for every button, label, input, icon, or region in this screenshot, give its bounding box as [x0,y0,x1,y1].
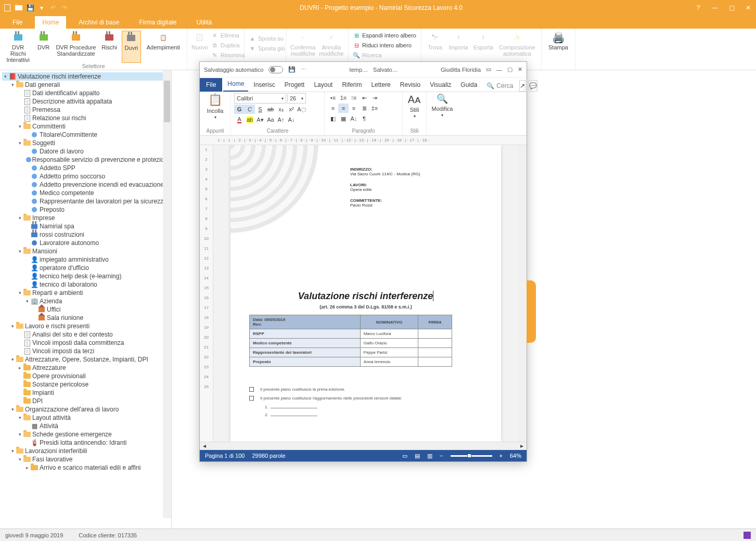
tree-item[interactable]: Uffici [2,305,171,314]
btn-espandi[interactable]: ⊞Espandi intero albero [353,31,416,40]
wtab-progett[interactable]: Progett [280,78,309,92]
tree-datigen[interactable]: ▾Dati generali [2,81,171,89]
web-layout-icon[interactable]: ▥ [427,453,432,459]
minimize-button[interactable]: — [710,4,720,11]
help-button[interactable]: ? [694,4,703,11]
tree-item[interactable]: ▸Arrivo e scarico materiali edili e affi… [2,463,171,472]
tree-item[interactable]: Namirial spa [2,222,171,230]
tree-item[interactable]: Descrizione attività appaltata [2,97,171,106]
word-count[interactable]: 29980 parole [252,453,285,459]
indent-button[interactable]: ⇥ [369,93,380,102]
tree-azienda[interactable]: ▾🏢Azienda [2,297,171,305]
borders-button[interactable]: ▦ [338,114,349,123]
zoom-level[interactable]: 64% [510,453,521,459]
ribbon-options-icon[interactable]: ▭ [486,66,491,73]
tree-org[interactable]: ▾Organizzazione dell'area di lavoro [2,405,171,414]
tree-scrollbar[interactable] [163,70,171,518]
qat-more-icon[interactable]: ⋯ [301,66,306,73]
word-save-icon[interactable]: 💾 [288,66,296,73]
btn-stampa[interactable]: 🖨️Stampa [546,31,571,69]
tab-firma[interactable]: Firma digitale [132,16,184,29]
tree-item[interactable]: 🧯Presidi lotta antincendio: Idranti [2,439,171,447]
word-minimize[interactable]: — [496,67,502,73]
wtab-riferim[interactable]: Riferim [338,78,366,92]
tree-item[interactable]: ▦Attività [2,422,171,430]
tree-soggetti[interactable]: ▾Soggetti [2,139,171,147]
tree-lavoro[interactable]: ▾Lavoro e rischi presenti [2,322,171,330]
zoom-slider[interactable] [451,455,492,457]
font-family[interactable]: Calibri▾ [234,93,286,104]
btn-duvri[interactable]: Duvri [122,31,140,63]
btn-adempimenti[interactable]: 📋Adempimenti [144,31,183,63]
align-center-button[interactable]: ≡ [338,104,349,113]
tree-item[interactable]: Premessa [2,106,171,114]
btn-dvr-rischi-int[interactable]: DVR Rischi Interattivi [4,31,32,63]
find-icon[interactable]: 🔍 [437,93,448,105]
word-close[interactable]: ✕ [518,66,522,73]
wtab-home[interactable]: Home [223,77,248,92]
tree-item[interactable]: 👤impiegato amministrativo [2,255,171,264]
close-button[interactable]: ✕ [744,4,753,11]
tree-reparti[interactable]: ▾Reparti e ambienti [2,289,171,297]
tree-item[interactable]: Dati identificativi appalto [2,89,171,97]
btn-riduci[interactable]: ⊟Riduci intero albero [353,41,416,50]
sort-button[interactable]: A↓ [349,114,359,123]
grow-font-button[interactable]: A↑ [276,115,286,124]
tree-item[interactable]: Addetto prevenzione incendi ed evacuazio… [2,181,171,189]
tree-item[interactable]: 👤tecnico help desk (e-learning) [2,272,171,280]
share-button[interactable]: ↗ [519,80,526,92]
tree-item[interactable]: Preposto [2,205,171,214]
wtab-lettere[interactable]: Lettere [367,78,394,92]
change-case-button[interactable]: Aa [265,115,276,124]
tree-layout[interactable]: ▾Layout attività [2,414,171,422]
tree-item[interactable]: rossi costruzioni [2,230,171,239]
tree-item[interactable]: DPI [2,397,171,405]
tab-utilita[interactable]: Utilità [189,16,219,29]
tree-item[interactable]: 👤operatore d'ufficio [2,264,171,272]
tree-item[interactable]: Lavoratore autonomo [2,239,171,247]
tree-item[interactable]: Rappresentante dei lavoratori per la sic… [2,197,171,205]
wtab-file[interactable]: File [200,78,222,92]
tree-item[interactable]: 👤tecnico di laboratorio [2,280,171,289]
tree-mansioni[interactable]: ▾Mansioni [2,247,171,255]
tree-item[interactable]: Analisi del sito e del contesto [2,330,171,339]
line-spacing-button[interactable]: ‡≡ [369,104,380,113]
tree-attrezz[interactable]: ▾Attrezzature, Opere, Sostanze, Impianti… [2,355,171,364]
maximize-button[interactable]: ▢ [727,4,736,11]
tab-archivi[interactable]: Archivi di base [71,16,126,29]
wtab-inserisci[interactable]: Inserisc [249,78,279,92]
word-h-scrollbar[interactable]: ◂▸ [200,442,527,450]
wtab-revisio[interactable]: Revisio [396,78,425,92]
tree-schede[interactable]: ▾Schede gestione emergenze [2,430,171,439]
save-icon[interactable]: 💾 [26,4,34,12]
wtab-visualiz[interactable]: Visualiz [426,78,455,92]
shrink-font-button[interactable]: A↓ [286,115,297,124]
tree-imprese[interactable]: ▾Imprese [2,214,171,222]
bold-button[interactable]: G [234,105,245,114]
strike-button[interactable]: ab [265,105,276,114]
btn-rischi[interactable]: Rischi [100,31,119,63]
wtab-layout[interactable]: Layout [310,78,337,92]
qat-dropdown-icon[interactable]: ▾ [37,4,46,12]
page-indicator[interactable]: Pagina 1 di 100 [205,453,245,459]
tree-item[interactable]: ▸Attrezzature [2,364,171,372]
document-page[interactable]: INDIRIZZO:Via Sacro Cuore 114/C - Modica… [230,145,501,442]
shading-button[interactable]: ◧ [328,114,338,123]
tree-item[interactable]: Titolare\Committente [2,131,171,139]
zoom-in[interactable]: + [499,453,503,459]
btn-dvr[interactable]: DVR [35,31,52,63]
tree-item[interactable]: Sostanze pericolose [2,380,171,389]
paste-icon[interactable]: 📋 [208,93,222,107]
tree-item[interactable]: Impianti [2,389,171,397]
tree-lavint[interactable]: ▾Lavorazioni interferibili [2,447,171,455]
styles-icon[interactable]: Aᴀ [408,93,421,106]
read-mode-icon[interactable]: ▭ [402,453,407,459]
multilevel-button[interactable]: ⁝≡ [349,93,359,102]
italic-button[interactable]: C [245,105,255,114]
vertical-ruler[interactable]: 1234567891011121314151617181920212223242… [200,145,213,442]
underline-button[interactable]: S [255,105,265,114]
font-color2-button[interactable]: A▾ [255,115,265,124]
tree-item[interactable]: Addetto primo soccorso [2,172,171,181]
new-doc-icon[interactable] [3,4,11,12]
clear-format-button[interactable]: A◌ [297,105,307,114]
